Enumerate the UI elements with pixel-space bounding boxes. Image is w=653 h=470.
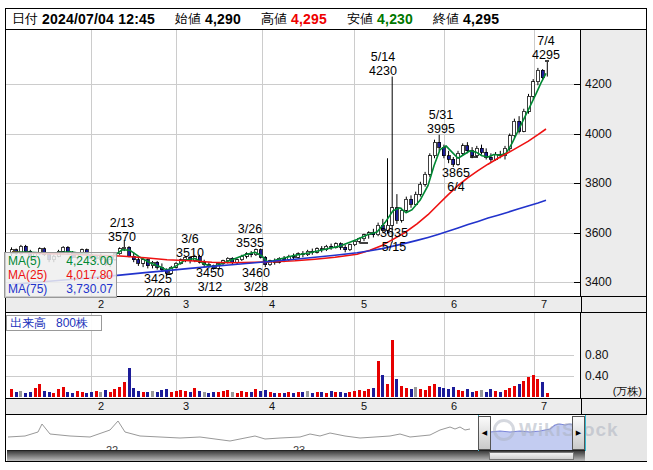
range-navigator: WikiStock ◀ ▶ 22234 xyxy=(5,414,647,462)
stock-chart-app: 日付 2024/07/04 12:45 始値 4,290 高値 4,295 安値… xyxy=(0,0,653,470)
chart-annotation: 3510 xyxy=(176,246,204,260)
volume-tick-label: 0.80 xyxy=(585,348,608,362)
high-value: 4,295 xyxy=(291,11,327,27)
navigator-left-button[interactable]: ◀ xyxy=(478,416,491,450)
open-label: 始値 xyxy=(175,10,201,28)
chart-annotation: 3865 xyxy=(442,166,470,180)
ma75-value: 3,730.07 xyxy=(66,282,113,296)
price-tick-label: 4000 xyxy=(585,127,612,141)
price-tick-label: 3400 xyxy=(585,275,612,289)
chart-annotation: 2/26 xyxy=(146,286,170,296)
selection-right-edge xyxy=(585,415,586,451)
chart-annotation: 5/15 xyxy=(382,240,406,254)
ma5-value: 4,243.00 xyxy=(66,254,113,268)
ma25-value: 4,017.80 xyxy=(66,268,113,282)
chart-annotation: 7/4 xyxy=(537,34,554,48)
volume-label: 出来高 xyxy=(10,316,46,330)
chart-annotation: 4230 xyxy=(369,64,397,78)
chart-annotation: 3635 xyxy=(380,226,408,240)
ma5-label: MA(5) xyxy=(8,254,41,268)
chart-annotation: 3995 xyxy=(427,122,455,136)
price-axis-gutter xyxy=(580,30,646,296)
price-tick-label: 4200 xyxy=(585,77,612,91)
chart-annotation: 3/26 xyxy=(238,222,262,236)
month-tick-label: 2 xyxy=(91,298,111,310)
arrow-right-icon: ▶ xyxy=(576,429,581,437)
low-value: 4,230 xyxy=(377,11,413,27)
axis-divider xyxy=(581,399,582,414)
chart-annotation: 3/6 xyxy=(181,232,198,246)
high-label: 高値 xyxy=(261,10,287,28)
month-tick-label: 5 xyxy=(354,400,374,412)
ma75-label: MA(75) xyxy=(8,282,47,296)
close-label: 終値 xyxy=(433,10,459,28)
open-value: 4,290 xyxy=(205,11,241,27)
month-tick-label: 7 xyxy=(534,298,554,310)
low-label: 安値 xyxy=(347,10,373,28)
volume-unit-label: (万株) xyxy=(592,384,642,399)
chart-annotation: 5/14 xyxy=(371,50,395,64)
ohlc-header: 日付 2024/07/04 12:45 始値 4,290 高値 4,295 安値… xyxy=(5,8,647,30)
month-axis-volume: 234567 xyxy=(5,398,647,415)
chart-annotation: 3450 xyxy=(196,266,224,280)
month-tick-label: 3 xyxy=(176,400,196,412)
price-tick-label: 3800 xyxy=(585,176,612,190)
date-label: 日付 xyxy=(12,10,38,28)
chart-annotation: 3/28 xyxy=(244,280,268,294)
month-axis-price: 234567 xyxy=(5,296,647,313)
month-tick-label: 7 xyxy=(534,400,554,412)
chart-annotation: 5/31 xyxy=(429,108,453,122)
month-tick-label: 4 xyxy=(262,298,282,310)
navigator-scrollbar-track[interactable] xyxy=(7,450,585,461)
volume-legend: 出来高 800株 xyxy=(6,315,102,331)
month-tick-label: 4 xyxy=(262,400,282,412)
arrow-left-icon: ◀ xyxy=(482,429,487,437)
chart-annotation: 4295 xyxy=(532,48,560,62)
chart-annotation: 3570 xyxy=(108,230,136,244)
volume-value: 800株 xyxy=(56,316,88,330)
close-value: 4,295 xyxy=(463,11,499,27)
chart-annotation: 3460 xyxy=(242,266,270,280)
ma25-label: MA(25) xyxy=(8,268,47,282)
navigator-right-button[interactable]: ▶ xyxy=(572,416,585,450)
axis-divider xyxy=(581,297,582,312)
month-tick-label: 6 xyxy=(444,400,464,412)
ma-legend: MA(5) 4,243.00 MA(25) 4,017.80 MA(75) 3,… xyxy=(4,252,117,298)
month-tick-label: 2 xyxy=(91,400,111,412)
month-tick-label: 5 xyxy=(354,298,374,310)
date-value: 2024/07/04 12:45 xyxy=(42,11,155,27)
chart-annotation: 3425 xyxy=(144,272,172,286)
chart-annotation: 3535 xyxy=(236,236,264,250)
navigator-scrollbar-thumb[interactable] xyxy=(489,452,574,460)
month-tick-label: 3 xyxy=(176,298,196,310)
volume-tick-label: 0.40 xyxy=(585,369,608,383)
chart-annotation: 6/4 xyxy=(447,180,464,194)
price-tick-label: 3600 xyxy=(585,226,612,240)
navigator-empty-area xyxy=(585,415,647,461)
chart-annotation: 3/12 xyxy=(198,280,222,294)
month-tick-label: 6 xyxy=(444,298,464,310)
chart-annotation: 2/13 xyxy=(110,216,134,230)
